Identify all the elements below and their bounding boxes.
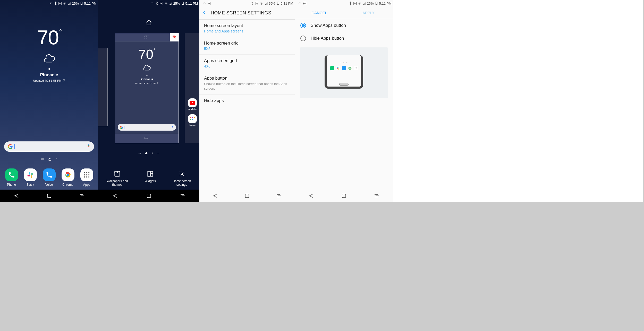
home-button[interactable]	[46, 193, 52, 199]
back-button[interactable]	[13, 193, 20, 199]
wallpapers-button[interactable]: Wallpapers andthemes	[107, 171, 128, 186]
radio-off-icon	[300, 36, 306, 41]
widget-drop-zone-top[interactable]	[115, 33, 179, 41]
svg-point-42	[181, 173, 183, 175]
signal-icon	[362, 2, 366, 5]
clock: 5:11 PM	[185, 2, 198, 5]
music-app[interactable]: Music	[188, 114, 197, 126]
svg-point-10	[86, 172, 87, 174]
back-button[interactable]	[212, 193, 218, 199]
bixby-page-icon	[41, 156, 44, 161]
radio-show-apps[interactable]: Show Apps button	[295, 19, 393, 32]
nav-bar	[0, 190, 98, 202]
home-page-icon	[145, 151, 148, 155]
slack-app[interactable]: Slack	[24, 168, 37, 186]
settings-title: HOME SCREEN SETTINGS	[211, 10, 271, 16]
radio-hide-apps[interactable]: Hide Apps button	[295, 32, 393, 45]
recents-button[interactable]	[180, 193, 186, 199]
screenshot-icon	[207, 2, 211, 5]
left-page-peek[interactable]	[98, 48, 108, 126]
recents-button[interactable]	[374, 193, 380, 199]
svg-point-13	[86, 174, 87, 176]
recents-button[interactable]	[79, 193, 85, 199]
apps-drawer[interactable]: Apps	[80, 168, 93, 186]
svg-rect-47	[277, 2, 278, 2]
svg-rect-2	[81, 2, 82, 2]
svg-point-63	[356, 68, 357, 69]
bluetooth-icon	[155, 2, 159, 5]
preview-slack-icon	[336, 66, 340, 70]
svg-rect-35	[139, 153, 139, 154]
phone-label: Phone	[7, 183, 16, 186]
cancel-button[interactable]: CANCEL	[295, 7, 344, 19]
svg-point-65	[355, 69, 356, 69]
svg-point-61	[355, 68, 355, 69]
apply-button[interactable]: APPLY	[344, 7, 393, 19]
svg-rect-53	[376, 2, 377, 2]
wifi-icon	[164, 2, 168, 5]
delete-page-button[interactable]	[170, 33, 179, 41]
set-apps-grid[interactable]: Apps screen grid 4X6	[199, 55, 295, 72]
wifi-calling-icon	[49, 2, 53, 5]
home-edit-screen: 25% 5:11 PM 70° Pinnacle Updated 4/18 3:…	[98, 0, 199, 202]
chrome-icon	[62, 168, 74, 181]
bixby-page-icon	[139, 151, 141, 155]
nfc-icon	[353, 2, 357, 5]
settings-screen: 25% 5:11 PM HOME SCREEN SETTINGS Home sc…	[199, 0, 295, 202]
youtube-app[interactable]: YouTube	[188, 98, 197, 111]
phone-preview: · · ·	[325, 55, 363, 89]
page-thumbnail[interactable]: 70° Pinnacle Updated 4/18 3:55 PM	[115, 33, 179, 143]
wifi-icon	[63, 2, 67, 5]
signal-icon	[67, 2, 71, 5]
weather-widget[interactable]: 70° Pinnacle Updated 4/18 3:55 PM	[0, 26, 98, 82]
home-button[interactable]	[341, 193, 347, 199]
refresh-icon[interactable]	[63, 79, 65, 82]
voice-app[interactable]: Voice	[43, 168, 56, 186]
clock: 5:11 PM	[379, 2, 392, 5]
wifi-icon	[358, 2, 362, 5]
signal-icon	[169, 2, 173, 5]
svg-rect-48	[277, 4, 279, 5]
set-home-grid[interactable]: Home screen grid 5X5	[199, 37, 295, 55]
home-page-icon	[48, 157, 51, 160]
svg-point-58	[355, 67, 355, 67]
add-page-icon[interactable]: +	[157, 152, 159, 154]
back-button[interactable]	[112, 193, 118, 199]
svg-point-32	[194, 117, 195, 118]
recents-button[interactable]	[276, 193, 282, 199]
svg-rect-41	[150, 174, 153, 176]
set-hide-apps[interactable]: Hide apps	[199, 95, 295, 107]
svg-rect-49	[245, 194, 249, 198]
svg-rect-3	[81, 4, 82, 5]
nav-bar	[295, 190, 393, 202]
google-search-bar[interactable]	[4, 141, 94, 152]
widgets-button[interactable]: Widgets	[145, 171, 156, 186]
mic-icon[interactable]	[87, 144, 90, 149]
svg-point-15	[84, 176, 85, 178]
set-as-home-icon[interactable]	[146, 19, 152, 27]
svg-rect-67	[342, 194, 346, 198]
phone-app[interactable]: Phone	[5, 168, 18, 186]
wifi-calling-icon	[202, 2, 206, 5]
home-button[interactable]	[244, 193, 250, 199]
svg-rect-43	[147, 194, 151, 198]
search-cursor	[14, 144, 15, 149]
back-chevron-icon[interactable]	[202, 10, 206, 16]
voice-label: Voice	[45, 183, 53, 186]
preview-phone-icon	[330, 66, 334, 70]
widget-drop-zone-bottom[interactable]	[115, 134, 179, 143]
svg-point-66	[356, 69, 357, 69]
preview-dock	[327, 66, 361, 70]
home-settings-button[interactable]: Home screensettings	[173, 171, 191, 186]
home-button[interactable]	[146, 193, 152, 199]
set-apps-button[interactable]: Apps button Show a button on the Home sc…	[199, 72, 295, 95]
apps-button-dialog: 25% 5:11 PM CANCEL APPLY Show Apps butto…	[295, 0, 393, 202]
battery-percent: 25%	[367, 2, 374, 5]
back-button[interactable]	[308, 193, 314, 199]
chrome-app[interactable]: Chrome	[62, 168, 74, 186]
right-page-peek[interactable]: YouTube Music	[185, 33, 199, 143]
slack-label: Slack	[27, 183, 34, 186]
set-layout[interactable]: Home screen layout Home and Apps screens	[199, 20, 295, 37]
bluetooth-icon	[250, 2, 254, 5]
cloud-icon	[43, 54, 56, 63]
